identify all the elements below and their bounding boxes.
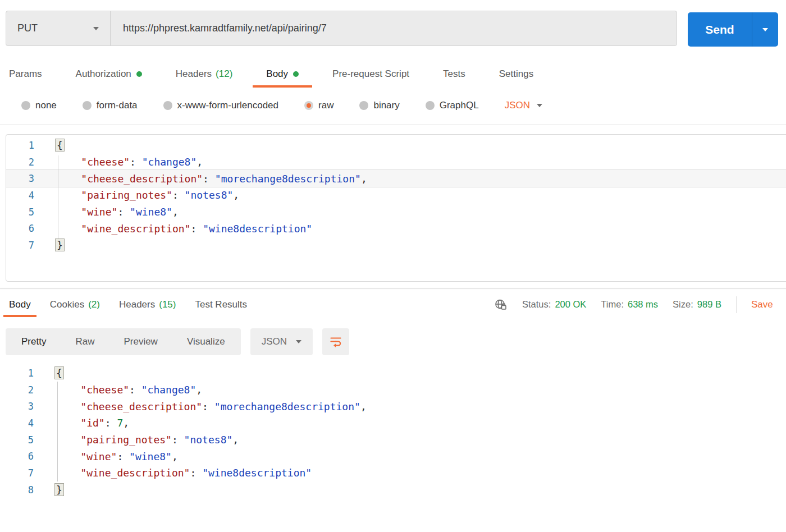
tab-label: Body (266, 68, 288, 80)
request-body-editor[interactable]: 1{2 "cheese": "change8",3 "cheese_descri… (6, 134, 786, 282)
tab-pre-request-script[interactable]: Pre-request Script (319, 61, 423, 88)
response-format-select[interactable]: JSON (250, 328, 313, 355)
line-number: 2 (6, 157, 34, 168)
tab-settings[interactable]: Settings (486, 61, 547, 88)
code-line: 6 "wine": "wine8", (6, 448, 786, 465)
status-indicator: Status: 200 OK (522, 299, 586, 310)
response-tab-test-results[interactable]: Test Results (189, 292, 253, 317)
radio-icon (21, 101, 30, 110)
time-indicator: Time: 638 ms (601, 299, 658, 310)
request-url-bar: PUT https://phprest.kamradtfamily.net/ap… (6, 11, 677, 46)
globe-lock-icon[interactable] (494, 298, 508, 311)
tab-label: Tests (443, 68, 465, 80)
code-line: 5 "pairing_notes": "notes8", (6, 432, 786, 448)
request-tabs: ParamsAuthorizationHeaders(12)BodyPre-re… (9, 61, 547, 88)
code-text: "pairing_notes": "notes8", (57, 189, 239, 201)
body-type-binary[interactable]: binary (359, 100, 399, 111)
code-text: { (57, 139, 64, 151)
code-line: 2 "cheese": "change8", (6, 154, 786, 171)
body-type-none[interactable]: none (21, 100, 57, 111)
response-tab-body[interactable]: Body (3, 292, 36, 317)
code-line: 4 "id": 7, (6, 415, 786, 432)
code-text: "id": 7, (56, 417, 129, 429)
size-label: Size: (673, 299, 693, 310)
line-number: 1 (6, 368, 34, 379)
view-preview[interactable]: Preview (109, 328, 172, 355)
status-label: Status: (522, 299, 551, 310)
response-tab-cookies[interactable]: Cookies(2) (44, 292, 106, 317)
wrap-lines-icon (329, 335, 342, 348)
response-format-label: JSON (262, 336, 287, 347)
status-value: 200 OK (555, 299, 586, 310)
tab-label: Params (9, 68, 42, 80)
code-text: "wine_description": "wine8description" (57, 223, 312, 235)
body-type-form-data[interactable]: form-data (83, 100, 138, 111)
chevron-down-icon (93, 27, 99, 30)
tab-label: Settings (499, 68, 533, 80)
code-line: 7 "wine_description": "wine8description" (6, 465, 786, 481)
body-type-x-www-form-urlencoded[interactable]: x-www-form-urlencoded (163, 100, 278, 111)
code-line: 7} (6, 237, 786, 254)
tab-params[interactable]: Params (9, 61, 56, 88)
tab-authorization[interactable]: Authorization (62, 61, 156, 88)
response-tabs: BodyCookies(2)Headers(15)Test Results (3, 292, 253, 317)
line-number: 4 (6, 190, 34, 201)
method-select[interactable]: PUT (6, 11, 111, 45)
tab-label: Headers (176, 68, 212, 80)
line-number: 3 (6, 173, 34, 184)
divider (736, 296, 737, 313)
tab-label: Cookies (50, 299, 84, 310)
send-button[interactable]: Send (688, 12, 778, 47)
body-type-graphql[interactable]: GraphQL (426, 100, 479, 111)
code-text: "cheese_description": "morechange8descri… (56, 401, 367, 412)
line-number: 7 (6, 467, 34, 479)
response-tab-headers[interactable]: Headers(15) (113, 292, 182, 317)
save-response-button[interactable]: Save (751, 299, 773, 310)
response-toolbar: PrettyRawPreviewVisualize JSON (6, 328, 349, 355)
view-pretty[interactable]: Pretty (7, 328, 61, 355)
code-line: 4 "pairing_notes": "notes8", (6, 187, 786, 204)
code-line: 1{ (6, 137, 786, 154)
line-number: 3 (6, 401, 34, 412)
code-line: 8} (6, 481, 786, 498)
method-label: PUT (17, 22, 38, 34)
send-options-button[interactable] (752, 12, 778, 47)
tab-count: (15) (159, 299, 176, 310)
tab-tests[interactable]: Tests (429, 61, 479, 88)
body-type-raw[interactable]: raw (304, 100, 333, 111)
tab-body[interactable]: Body (253, 61, 312, 88)
size-indicator: Size: 989 B (673, 299, 721, 310)
bracket-highlight: } (56, 239, 64, 251)
green-dot-icon (293, 71, 299, 77)
view-visualize[interactable]: Visualize (172, 328, 240, 355)
section-divider (0, 288, 786, 288)
radio-icon (359, 101, 368, 110)
view-raw[interactable]: Raw (61, 328, 109, 355)
response-view-switcher: PrettyRawPreviewVisualize (6, 328, 241, 355)
radio-icon (426, 101, 435, 110)
radio-icon (163, 101, 172, 110)
tab-count: (12) (216, 68, 232, 80)
tab-headers[interactable]: Headers(12) (162, 61, 246, 88)
bracket-highlight: } (55, 484, 63, 496)
bracket-highlight: { (56, 139, 64, 151)
code-line: 2 "cheese": "change8", (6, 382, 786, 398)
response-body-viewer[interactable]: 1{2 "cheese": "change8",3 "cheese_descri… (6, 365, 786, 498)
radio-label: raw (318, 100, 333, 111)
code-text: } (57, 239, 64, 251)
body-format-select[interactable]: JSON (505, 100, 542, 111)
bracket-highlight: { (55, 367, 63, 379)
line-number: 7 (6, 240, 34, 251)
line-number: 6 (6, 451, 34, 462)
line-number: 8 (6, 484, 34, 496)
wrap-lines-button[interactable] (322, 328, 349, 355)
tab-count: (2) (88, 299, 100, 310)
code-text: "cheese": "change8", (56, 384, 202, 396)
tab-label: Headers (119, 299, 155, 310)
line-number: 4 (6, 418, 34, 429)
line-number: 5 (6, 434, 34, 446)
chevron-down-icon (296, 340, 301, 343)
url-input[interactable]: https://phprest.kamradtfamily.net/api/pa… (111, 11, 677, 45)
line-number: 5 (6, 207, 34, 218)
line-number: 2 (6, 384, 34, 396)
